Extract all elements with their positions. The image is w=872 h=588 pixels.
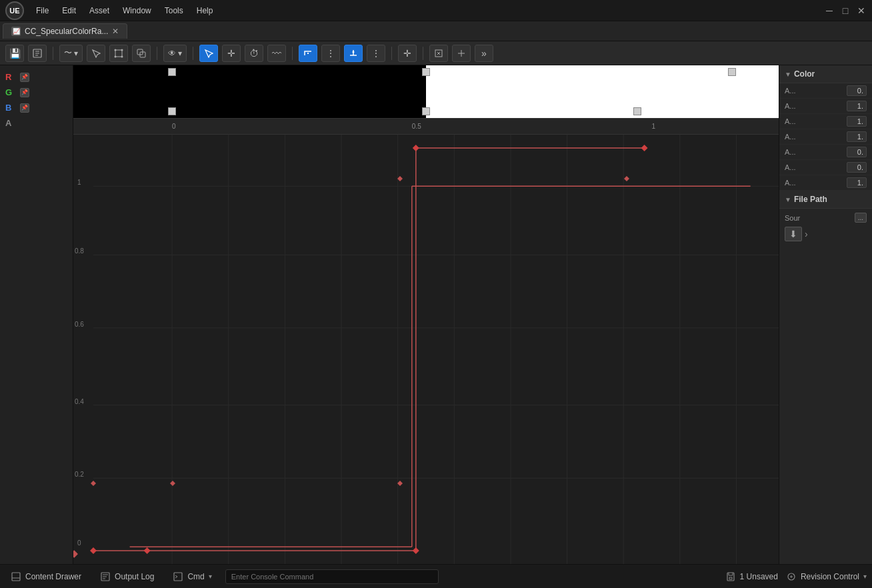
keyframe-0-1[interactable] (170, 481, 175, 486)
wave-button[interactable]: 〰 (267, 45, 286, 62)
color-section-header[interactable]: ▼ Color (779, 65, 872, 83)
keyframe-point[interactable] (90, 547, 97, 554)
select-button[interactable] (87, 45, 105, 62)
handle-top-left[interactable] (422, 68, 430, 76)
content-button[interactable] (28, 45, 47, 62)
save-button[interactable]: 💾 (5, 45, 24, 62)
tab-close-button[interactable]: ✕ (112, 27, 119, 36)
menu-asset[interactable]: Asset (84, 5, 115, 17)
handle-bottom-mid[interactable] (422, 107, 430, 115)
svg-point-2 (115, 49, 117, 51)
menu-tools[interactable]: Tools (159, 5, 189, 17)
dots1-button[interactable]: ⋮ (321, 45, 340, 62)
clock-button[interactable]: ⏱ (245, 45, 263, 62)
transform-icon (114, 49, 123, 58)
channel-g-pin[interactable]: 📌 (20, 88, 29, 97)
color-label-0: A... (785, 87, 844, 95)
curve-svg (73, 135, 779, 564)
channel-b-pin[interactable]: 📌 (20, 103, 29, 113)
keyframe-point[interactable] (413, 145, 419, 151)
handle-top-right[interactable] (728, 68, 736, 76)
keyframe-point[interactable] (144, 547, 151, 554)
menu-edit[interactable]: Edit (57, 5, 81, 17)
svg-rect-1 (115, 50, 122, 57)
handle-bottom-left[interactable] (168, 107, 176, 115)
gradient-black (73, 65, 426, 118)
color-row-3: A... 1. (779, 129, 872, 145)
minimize-button[interactable]: ─ (824, 5, 835, 16)
revision-control-button[interactable]: Revision Control ▾ (786, 571, 867, 582)
active-tab[interactable]: 📈 CC_SpecularColorRa... ✕ (3, 23, 127, 39)
color-value-5[interactable]: 0. (847, 162, 867, 173)
window-controls: ─ □ ✕ (824, 5, 867, 16)
revision-dropdown-arrow: ▾ (863, 573, 867, 580)
move-button[interactable]: ✛ (222, 45, 241, 62)
more-button[interactable]: » (475, 45, 493, 62)
curve-editor[interactable]: 1 0.8 0.6 0.4 0.2 0 (73, 135, 779, 564)
handle-bottom-right[interactable] (633, 107, 641, 115)
menu-window[interactable]: Window (117, 5, 157, 17)
close-button[interactable]: ✕ (856, 5, 867, 16)
y-label-08: 0.8 (75, 247, 84, 255)
ue-logo: UE (5, 1, 24, 20)
source-label: Sour (785, 214, 800, 222)
channel-b-label: B (5, 103, 16, 113)
gradient-bar (73, 65, 779, 119)
file-path-section-title: File Path (794, 195, 827, 204)
cmd-dropdown[interactable]: Cmd ▾ (167, 569, 217, 585)
source-row: Sour ... (785, 213, 867, 223)
source-dots-button[interactable]: ... (855, 213, 867, 223)
cmd-label: Cmd (187, 572, 204, 581)
file-path-section-header[interactable]: ▼ File Path (779, 191, 872, 209)
unsaved-badge[interactable]: 1 Unsaved (725, 571, 778, 582)
handle-top-far-left[interactable] (168, 68, 176, 76)
output-log-button[interactable]: Output Log (95, 569, 159, 585)
cmd-dropdown-arrow: ▾ (209, 573, 212, 580)
keyframe-05-bottom[interactable] (397, 481, 403, 486)
y-label-06: 0.6 (75, 321, 84, 328)
import-button[interactable]: ⬇ (785, 227, 802, 241)
dots2-button[interactable]: ⋮ (367, 45, 385, 62)
color-value-1[interactable]: 1. (847, 101, 867, 111)
channel-r-pin[interactable]: 📌 (20, 73, 29, 82)
zoom-icon (137, 49, 146, 58)
fit2-button[interactable] (452, 45, 471, 62)
keyframe-0-0[interactable] (73, 550, 78, 557)
menu-help[interactable]: Help (191, 5, 219, 17)
channel-g: G 📌 (3, 86, 70, 99)
keyframe-05-top[interactable] (397, 176, 403, 181)
unsaved-icon (725, 571, 736, 582)
fit1-button[interactable] (429, 45, 448, 62)
menu-file[interactable]: File (31, 5, 54, 17)
keyframe-point[interactable] (413, 547, 419, 554)
color-value-0[interactable]: 0. (847, 85, 867, 96)
keyframe-1-top[interactable] (624, 176, 629, 181)
left-sidebar: R 📌 G 📌 B 📌 A (0, 65, 73, 564)
snap2-button[interactable] (344, 45, 363, 62)
ruler-mark-1: 1 (652, 123, 656, 130)
color-value-6[interactable]: 1. (847, 177, 867, 188)
color-value-4[interactable]: 0. (847, 147, 867, 157)
curve-mode-dropdown[interactable]: 〜 ▾ (59, 45, 83, 62)
snap1-button[interactable] (299, 45, 317, 62)
maximize-button[interactable]: □ (840, 5, 851, 16)
color-chevron: ▼ (785, 71, 791, 78)
eye-dropdown[interactable]: 👁 ▾ (163, 45, 187, 62)
color-value-3[interactable]: 1. (847, 131, 867, 142)
content-drawer-button[interactable]: Content Drawer (5, 569, 87, 585)
color-section-title: Color (794, 69, 815, 79)
color-label-3: A... (785, 133, 844, 141)
keyframe-point[interactable] (641, 145, 648, 151)
transform-button[interactable] (109, 45, 128, 62)
move-all-button[interactable]: ✛ (398, 45, 417, 62)
keyframe-origin[interactable] (91, 481, 96, 486)
snap1-icon (303, 49, 313, 58)
cmd-icon (173, 571, 183, 582)
bottom-right: 1 Unsaved Revision Control ▾ (725, 571, 867, 582)
console-input[interactable] (225, 569, 439, 584)
svg-rect-37 (729, 577, 732, 579)
graph-area[interactable]: 0 0.5 1 1 0.8 0.6 0.4 0.2 0 (73, 65, 779, 564)
color-value-2[interactable]: 1. (847, 116, 867, 127)
cursor-button[interactable] (199, 45, 218, 62)
zoom-button[interactable] (132, 45, 151, 62)
